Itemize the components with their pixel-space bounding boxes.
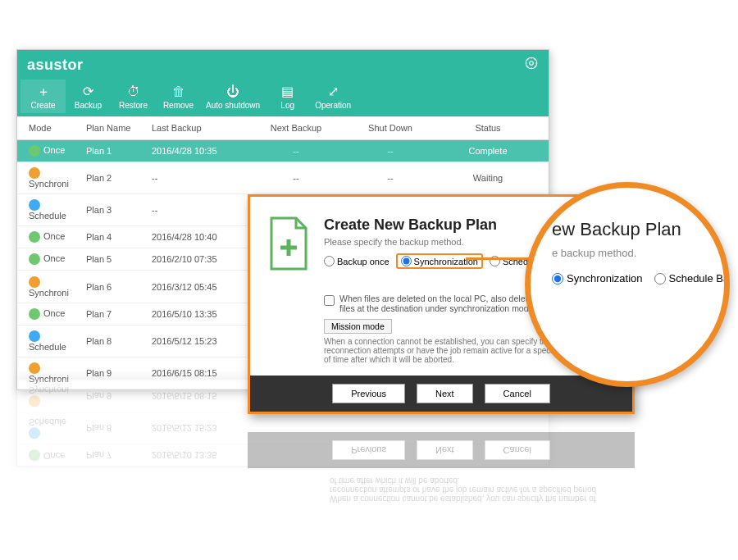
delete-sync-checkbox[interactable]: [324, 295, 335, 306]
trash-icon: 🗑: [161, 84, 196, 99]
dialog-footer: Previous Next Cancel: [250, 376, 632, 412]
mode-sync-icon: [29, 276, 40, 288]
col-last[interactable]: Last Backup: [148, 120, 247, 136]
plus-icon: ＋: [25, 84, 61, 99]
mode-once-icon: [29, 231, 40, 243]
restore-icon: ⏱: [116, 84, 151, 99]
radio-backup-once[interactable]: Backup once: [324, 256, 390, 266]
mission-mode-button[interactable]: Mission mode: [324, 319, 392, 334]
cancel-button[interactable]: Cancel: [485, 384, 550, 403]
col-plan[interactable]: Plan Name: [83, 120, 148, 136]
col-status[interactable]: Status: [435, 120, 540, 136]
mode-sched-icon: [29, 330, 40, 342]
table-row[interactable]: SynchroniPlan 2------Waiting: [17, 162, 549, 194]
operation-icon: ⤢: [315, 84, 351, 99]
lens-title-fragment: ew Backup Plan: [552, 219, 709, 240]
lens-radio-sched[interactable]: Schedule Ba: [654, 272, 730, 285]
col-next[interactable]: Next Backup: [247, 120, 345, 136]
backup-icon: ⟳: [71, 84, 106, 99]
magnifier: ew Backup Plan e backup method. Synchron…: [525, 182, 730, 387]
mode-sync-icon: [29, 395, 40, 407]
mode-sched-icon: [29, 199, 40, 211]
column-headers: Mode Plan Name Last Backup Next Backup S…: [17, 116, 549, 140]
lens-subtitle-fragment: e backup method.: [552, 247, 709, 259]
mode-once-icon: [29, 145, 40, 157]
mode-sched-icon: [29, 427, 40, 439]
log-icon: ▤: [270, 84, 305, 99]
log-button[interactable]: ▤Log: [265, 80, 310, 113]
col-shut[interactable]: Shut Down: [345, 120, 435, 136]
titlebar: asustor: [17, 50, 549, 80]
backup-button[interactable]: ⟳Backup: [66, 80, 111, 113]
col-mode[interactable]: Mode: [25, 120, 83, 136]
svg-point-1: [530, 61, 534, 66]
mode-once-icon: [29, 308, 40, 320]
table-row[interactable]: OncePlan 12016/4/28 10:35----Complete: [17, 140, 549, 162]
create-button[interactable]: ＋Create: [20, 80, 66, 113]
table-row[interactable]: SchedulePlan 82016/5/12 15:23: [17, 412, 549, 444]
remove-button[interactable]: 🗑Remove: [156, 80, 201, 113]
brand-logo: asustor: [27, 57, 84, 74]
mode-sync-icon: [29, 167, 40, 179]
table-row[interactable]: OncePlan 72016/5/10 13:35: [17, 444, 549, 466]
document-plus-icon: [266, 216, 311, 272]
lens-radio-sync[interactable]: Synchronization: [552, 272, 643, 285]
mode-once-icon: [29, 449, 40, 461]
operation-button[interactable]: ⤢Operation: [310, 80, 356, 113]
autoshutdown-button[interactable]: ⏻Auto shutdown: [201, 80, 265, 113]
settings-icon[interactable]: [524, 56, 539, 74]
previous-button[interactable]: Previous: [332, 384, 405, 403]
mode-once-icon: [29, 253, 40, 265]
mode-sync-icon: [29, 362, 40, 374]
dialog-reflection: When a connection cannot be established,…: [248, 432, 635, 512]
restore-button[interactable]: ⏱Restore: [111, 80, 156, 113]
next-button[interactable]: Next: [417, 384, 473, 403]
toolbar: ＋Create ⟳Backup ⏱Restore 🗑Remove ⏻Auto s…: [17, 80, 549, 116]
radio-synchronization[interactable]: Synchronization: [396, 253, 483, 269]
power-icon: ⏻: [206, 84, 260, 99]
